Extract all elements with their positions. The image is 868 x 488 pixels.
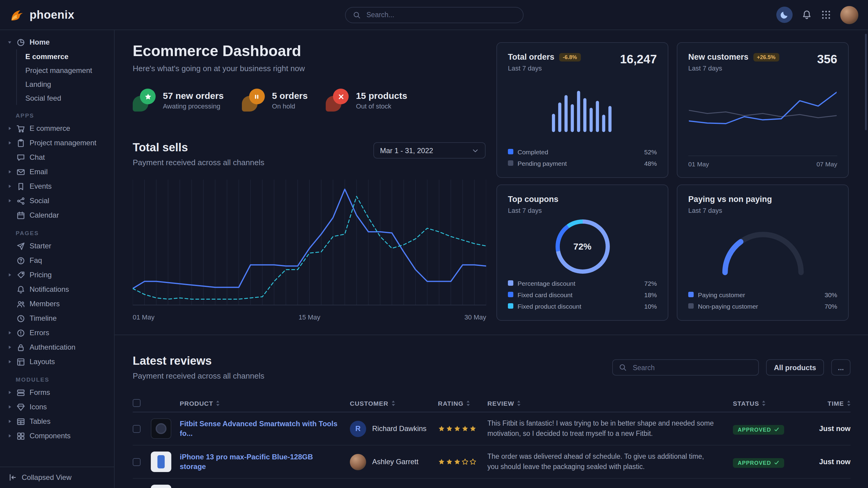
legend-swatch [688,303,694,308]
review-cell: This Fitbit is fantastic! I was trying t… [487,418,733,439]
user-avatar[interactable] [840,6,858,24]
sidebar-item-events[interactable]: Events [0,179,114,194]
legend-item: Pending payment48% [508,159,657,168]
coupons-legend: Percentage discount72%Fixed card discoun… [508,279,657,311]
reviews-search[interactable] [612,359,759,376]
stat-text: 57 new ordersAwating processing [163,90,224,110]
sidebar-item-email[interactable]: Email [0,165,114,179]
row-checkbox[interactable] [133,425,141,432]
legend-swatch [508,160,513,166]
sidebar-item-starter[interactable]: Starter [0,239,114,253]
column-header-time[interactable]: TIME [805,399,850,406]
global-search-input[interactable] [365,10,516,19]
sidebar-item-chat[interactable]: Chat [0,150,114,165]
column-header-review[interactable]: REVIEW [487,399,733,406]
bell-icon[interactable] [802,10,812,20]
sidebar-nav: HomeE commerceProject managementLandingS… [0,35,114,443]
more-actions-button[interactable]: ... [831,359,850,376]
table-row: Fitbit Sense Advanced Smartwatch with To… [133,412,850,446]
stat-value: 15 products [356,90,407,101]
sidebar-item-components[interactable]: Components [0,429,114,443]
customer-cell: Ashley Garrett [350,454,438,470]
reviews-search-input[interactable] [631,363,752,372]
sidebar-item-label: Faq [30,256,42,265]
legend-value: 52% [644,148,657,155]
sidebar-item-label: Calendar [30,211,59,220]
date-range-select[interactable]: Mar 1 - 31, 2022 [373,142,486,159]
brand-logo[interactable]: phoenix [10,7,74,22]
status-cell: APPROVED [733,456,805,467]
product-link[interactable]: iPhone 13 pro max-Pacific Blue-128GB sto… [180,452,338,472]
sidebar-section-label: MODULES [16,376,114,383]
theme-toggle-button[interactable] [776,7,793,23]
sidebar-item-notifications[interactable]: Notifications [0,282,114,297]
product-link[interactable]: Fitbit Sense Advanced Smartwatch with To… [180,419,338,438]
sidebar-item-members[interactable]: Members [0,297,114,311]
page-head: Ecommerce Dashboard Here's what's going … [133,42,305,73]
legend-value: 70% [825,302,837,310]
global-search[interactable] [345,7,523,23]
sidebar-item-e-commerce[interactable]: E commerce [17,50,114,63]
star-icon [438,458,445,465]
sidebar-item-timeline[interactable]: Timeline [0,311,114,326]
sidebar-item-home[interactable]: Home [0,35,114,50]
section-divider [115,334,868,335]
stat-out-of-stock: 15 productsOut of stock [326,89,407,111]
cart-icon [16,124,25,133]
column-header-status[interactable]: STATUS [733,399,805,406]
sidebar-item-social[interactable]: Social [0,194,114,208]
sidebar-item-project-management[interactable]: Project management [0,136,114,150]
star-icon [461,425,469,432]
sidebar-item-label: Tables [30,417,50,426]
sidebar-item-faq[interactable]: Faq [0,253,114,268]
star-icon [446,458,453,465]
apps-grid-icon[interactable] [821,10,831,20]
column-header-customer[interactable]: CUSTOMER [350,399,438,406]
legend-value: 48% [644,159,657,167]
caret-spacer [7,287,12,292]
card-period: Last 7 days [688,207,772,214]
total-sells-header: Total sells Payment received across all … [133,141,264,167]
sidebar-item-project-management[interactable]: Project management [17,63,114,77]
sidebar-item-tables[interactable]: Tables [0,414,114,429]
sidebar-item-authentication[interactable]: Authentication [0,340,114,355]
select-all-checkbox[interactable] [133,399,141,407]
stat-caption: Awating processing [163,102,224,110]
legend-swatch [508,292,513,297]
collapsed-view-button[interactable]: Collapsed View [0,466,114,488]
column-header-product[interactable]: PRODUCT [151,399,350,406]
all-products-button[interactable]: All products [766,359,824,376]
forms-icon [16,388,25,397]
stat-text: 5 ordersOn hold [272,90,308,110]
sidebar-item-label: Members [30,300,60,308]
sidebar-item-label: Home [30,38,50,46]
top-coupons-card: Top coupons Last 7 days 72% Percentage d… [496,185,668,321]
x-tick: 15 May [299,314,320,321]
customers-line-chart [689,84,837,144]
legend-label: Non-paying customer [698,302,820,310]
sidebar-item-calendar[interactable]: Calendar [0,208,114,223]
sidebar-item-e-commerce[interactable]: E commerce [0,121,114,136]
column-header-label: STATUS [733,399,759,406]
scrollbar-thumb[interactable] [865,34,867,130]
customer-avatar: R [350,421,366,437]
sidebar-item-icons[interactable]: Icons [0,400,114,414]
lock-icon [16,343,25,352]
column-header-rating[interactable]: RATING [438,399,487,406]
caret-spacer [7,213,12,218]
row-checkbox[interactable] [133,458,141,466]
product-cell: Fitbit Sense Advanced Smartwatch with To… [151,418,350,439]
legend-item: Non-paying customer70% [688,301,837,311]
caret-right-icon [7,126,12,131]
sidebar-item-forms[interactable]: Forms [0,385,114,400]
product-image [151,485,171,488]
star-icon [454,425,461,432]
sidebar-item-social-feed[interactable]: Social feed [17,91,114,105]
sidebar-item-pricing[interactable]: Pricing [0,268,114,282]
sidebar-item-layouts[interactable]: Layouts [0,355,114,369]
sidebar-item-landing[interactable]: Landing [17,77,114,91]
gem-icon [16,402,25,412]
status-label: APPROVED [738,460,771,466]
caret-down-icon [7,40,12,44]
sidebar-item-errors[interactable]: Errors [0,326,114,340]
